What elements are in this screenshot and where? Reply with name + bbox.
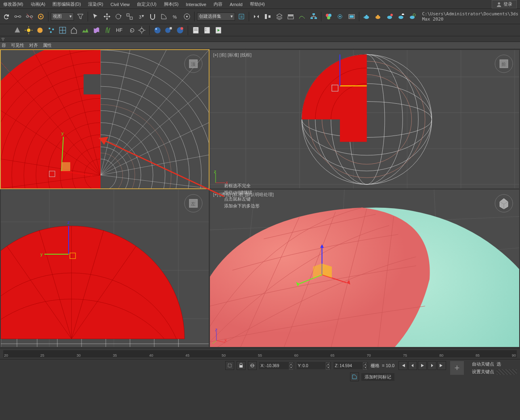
menu-interactive[interactable]: Interactive [186, 2, 206, 7]
play-icon[interactable] [418, 361, 427, 370]
curve-editor-icon[interactable] [297, 11, 307, 22]
timeline-track[interactable]: 202530354045505560657075808590 [3, 350, 517, 357]
viewcube-icon[interactable]: 前 [494, 54, 514, 73]
rotate-icon[interactable] [113, 11, 123, 22]
menu-civilview[interactable]: Civil View [111, 2, 130, 7]
ball-red-icon[interactable] [176, 26, 185, 35]
menu-scripting[interactable]: 脚本(S) [164, 1, 179, 7]
spinner-snap-icon[interactable] [182, 11, 192, 22]
prev-frame-icon[interactable] [408, 361, 417, 370]
goto-end-icon[interactable] [437, 361, 446, 370]
tab-container[interactable]: 容 [2, 42, 6, 48]
grass-icon[interactable] [103, 26, 112, 35]
x-input[interactable] [266, 364, 288, 368]
terrain-icon[interactable] [81, 26, 90, 35]
menu-grapheditors[interactable]: 图形编辑器(D) [52, 1, 81, 7]
viewport-left[interactable]: z y 左 [1, 190, 209, 347]
goto-start-icon[interactable] [398, 361, 407, 370]
mirror-icon[interactable] [252, 11, 261, 22]
script-icon[interactable] [191, 26, 200, 35]
angle-snap-icon[interactable] [159, 11, 169, 22]
percent-snap-icon[interactable]: % [170, 11, 180, 22]
z-input[interactable] [340, 364, 362, 368]
snap-toggle-icon[interactable] [148, 11, 157, 22]
teapot-online-icon[interactable] [407, 11, 417, 22]
particles-icon[interactable] [47, 26, 56, 35]
spiral-icon[interactable] [126, 26, 135, 35]
material-editor-icon[interactable] [324, 11, 333, 22]
menu-modifiers[interactable]: 修改器(M) [3, 1, 23, 7]
house-icon[interactable] [69, 26, 78, 35]
schematic-icon[interactable] [309, 11, 319, 22]
y-input[interactable] [302, 364, 325, 368]
viewport-top[interactable]: x y 顶 [1, 50, 209, 188]
move-icon[interactable] [102, 11, 111, 22]
next-frame-icon[interactable] [428, 361, 436, 370]
hair-fur-icon[interactable]: HF [115, 26, 124, 35]
filter-icon[interactable] [75, 11, 85, 22]
viewcube-icon[interactable]: 左 [184, 194, 203, 213]
ball-edit-icon[interactable] [164, 26, 173, 35]
unlink-icon[interactable] [25, 11, 34, 22]
selection-set-dropdown[interactable]: 创建选择集▾ [197, 13, 235, 21]
teapot-preview-icon[interactable] [373, 11, 383, 22]
cloth-icon[interactable] [92, 26, 101, 35]
align-icon[interactable] [263, 11, 273, 22]
menu-customize[interactable]: 自定义(U) [137, 1, 156, 7]
x-coordinate[interactable]: X:▴▾ [259, 362, 294, 369]
sun-icon[interactable] [24, 26, 33, 35]
menu-arnold[interactable]: Arnold [230, 2, 243, 7]
redo-icon[interactable] [2, 11, 11, 22]
tab-align[interactable]: 对齐 [29, 42, 38, 48]
set-key-label[interactable]: 设置关键点 [472, 369, 494, 375]
viewport-perspective-label[interactable]: [+] [透视] [标准] [默认明暗处理] [213, 192, 274, 198]
menu-animation[interactable]: 动画(A) [31, 1, 46, 7]
tab-properties[interactable]: 属性 [43, 42, 52, 48]
lock-icon[interactable] [237, 361, 245, 370]
script-run-icon[interactable] [214, 26, 223, 35]
render-setup-icon[interactable] [335, 11, 345, 22]
set-key-button[interactable]: + [450, 361, 464, 375]
create-selset-icon[interactable]: ≡ [237, 11, 246, 22]
teapot-active-icon[interactable] [384, 11, 394, 22]
placement-icon[interactable]: 3▾ [136, 11, 146, 22]
add-time-tag[interactable]: 添加时间标记 [361, 373, 394, 381]
viewport-perspective[interactable]: [+] [透视] [标准] [默认明暗处理] [210, 190, 519, 347]
shell-icon[interactable] [2, 26, 10, 35]
key-filter-icon[interactable] [497, 369, 517, 375]
menu-help[interactable]: 帮助(H) [250, 1, 265, 7]
grid-icon[interactable] [58, 26, 67, 35]
sel-label[interactable]: 选 [497, 361, 501, 367]
menu-content[interactable]: 内容 [214, 1, 222, 7]
viewcube-icon[interactable] [494, 194, 514, 213]
y-coordinate[interactable]: Y:▴▾ [297, 362, 331, 369]
select-icon[interactable] [90, 11, 100, 22]
viewport-front[interactable]: [+] [前] [标准] [线框] [210, 50, 519, 188]
timeline[interactable]: 202530354045505560657075808590 [0, 348, 520, 359]
render-frame-icon[interactable] [347, 11, 356, 22]
z-coordinate[interactable]: Z:▴▾ [333, 362, 368, 369]
bind-icon[interactable] [36, 11, 46, 22]
login-button[interactable]: 登录 [492, 0, 517, 8]
script-list-icon[interactable] [203, 26, 212, 35]
scale-icon[interactable] [125, 11, 134, 22]
tab-visibility[interactable]: 可见性 [11, 42, 24, 48]
viewport-front-label[interactable]: [+] [前] [标准] [线框] [213, 52, 252, 58]
layers-icon[interactable] [275, 11, 284, 22]
teapot-cloud-icon[interactable] [396, 11, 406, 22]
viewcube-icon[interactable]: 顶 [184, 54, 203, 73]
link-icon[interactable] [13, 11, 23, 22]
reference-dropdown[interactable]: 视图▾ [51, 13, 74, 21]
ball-blue-icon[interactable] [153, 26, 162, 35]
cone-icon[interactable] [13, 26, 22, 35]
isolate-icon[interactable] [248, 361, 257, 370]
gear-icon[interactable] [137, 26, 146, 35]
menu-rendering[interactable]: 渲染(R) [88, 1, 103, 7]
selection-lock-icon[interactable] [225, 361, 234, 370]
teapot-render-icon[interactable] [362, 11, 371, 22]
auto-key-label[interactable]: 自动关键点 [472, 361, 494, 367]
toggle-ribbon-icon[interactable] [286, 11, 296, 22]
time-tag-icon[interactable] [350, 372, 359, 381]
expand-icon[interactable]: ▽ [2, 37, 4, 41]
sphere-icon[interactable] [36, 26, 44, 35]
